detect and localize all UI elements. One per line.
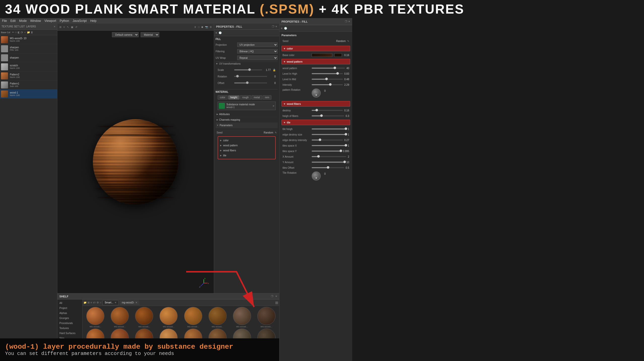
channels-item[interactable]: ▶ Channels mapping — [216, 117, 278, 123]
tile-rotation-knob[interactable] — [312, 171, 321, 180]
mat-tab-height[interactable]: height — [228, 95, 239, 100]
toolbar-rotate-icon[interactable]: ↺ — [75, 26, 77, 28]
offset-handle[interactable] — [246, 81, 249, 84]
pause-icon[interactable]: ⏸ — [194, 26, 196, 28]
shelf-folder-icon[interactable]: 📁 — [84, 301, 87, 304]
menu-window[interactable]: Window — [30, 19, 41, 23]
shelf-cat-all[interactable]: All — [57, 300, 82, 305]
scale-handle[interactable] — [248, 68, 251, 71]
rotation-handle[interactable] — [236, 75, 239, 77]
x-amount-handle[interactable] — [317, 155, 320, 158]
shelf-search-icon[interactable]: ○ — [100, 301, 101, 304]
menu-file[interactable]: File — [2, 19, 7, 23]
edge-destroy-size-slider[interactable] — [312, 134, 346, 135]
param-color-item[interactable]: ▶ color — [219, 138, 274, 143]
shelf-item-4[interactable]: MG-wood3... — [157, 307, 180, 328]
toolbar-grid-icon[interactable]: ⊞ — [59, 26, 61, 28]
shelf-item-2[interactable]: MG-wood3... — [108, 307, 132, 328]
tile-heigh-slider[interactable] — [312, 128, 346, 129]
level-mid-handle[interactable] — [325, 78, 328, 80]
lock-icon[interactable]: 🔒 — [273, 69, 276, 71]
tiles-offset-slider[interactable] — [312, 167, 344, 168]
menu-viewport[interactable]: Viewport — [45, 19, 56, 23]
attributes-item[interactable]: ▶ Attributes — [216, 112, 278, 117]
shelf-item-5[interactable]: MG-wood3... — [181, 307, 205, 328]
filtering-select[interactable]: Bilinear | HQ — [237, 49, 278, 54]
settings-icon[interactable]: ⚙ — [210, 26, 212, 28]
menu-python[interactable]: Python — [60, 19, 69, 23]
shelf-tag-icon[interactable]: 🏷 — [93, 301, 96, 304]
brush-icon[interactable]: ✏ — [12, 31, 14, 34]
layer-scratch[interactable]: scratch Norm 100 — [0, 62, 57, 71]
props-seed-pencil-icon[interactable]: ✎ — [347, 40, 349, 42]
wood-fibers-section-header[interactable]: ▼ wood fibers — [281, 101, 350, 107]
layers-close-icon[interactable]: ✕ — [54, 25, 56, 28]
close-fill-icon[interactable]: ✕ — [275, 25, 277, 28]
shelf-filter-icon[interactable]: ⚙ — [97, 301, 99, 304]
param-woodfibers-item[interactable]: ▶ wood fibers — [219, 148, 274, 153]
layer-pattern2[interactable]: Pattern2 Norm 100 — [0, 71, 57, 80]
fill-layers-icon[interactable]: ≡ — [216, 31, 217, 34]
shelf-list-icon[interactable]: ≡ — [91, 301, 92, 304]
scale-slider[interactable] — [234, 69, 262, 70]
mode-select[interactable]: Material — [141, 32, 159, 37]
mat-tab-rough[interactable]: rough — [240, 95, 251, 100]
projection-select[interactable]: UV projection — [237, 42, 278, 47]
shelf-item-3[interactable]: MG-wood3... — [132, 307, 156, 328]
shelf-cat-project[interactable]: Project — [57, 305, 82, 310]
x-amount-slider[interactable] — [312, 156, 346, 157]
toolbar-box-icon[interactable]: ▣ — [71, 26, 73, 28]
substance-close-icon[interactable]: ✕ — [272, 105, 274, 107]
shelf-tab-mgwood-close[interactable]: ✕ — [135, 301, 137, 304]
shelf-cat-hardsurfaces[interactable]: Hard Surfaces — [57, 331, 82, 336]
folder-icon[interactable]: 📁 — [27, 31, 30, 34]
shelf-tab-smart-close[interactable]: ✕ — [114, 301, 116, 304]
shelf-tab-mgwood[interactable]: mg-wood3- ✕ — [120, 300, 139, 305]
offset-slider[interactable] — [234, 82, 267, 83]
tiles-space-y-slider[interactable] — [312, 151, 341, 152]
tiles-offset-handle[interactable] — [327, 166, 329, 169]
shelf-grid-view-icon[interactable]: ⊞ — [275, 301, 278, 305]
tile-heigh-handle[interactable] — [345, 127, 347, 130]
shelf-grid-icon[interactable]: ⊞ — [88, 301, 90, 304]
layer-wood1[interactable]: wood-1 Norm 100 — [0, 89, 57, 99]
uvwrap-select[interactable]: Repeat — [237, 56, 278, 60]
layer-sharpen1[interactable]: sharpen Pthr 100 — [0, 44, 57, 53]
add-icon[interactable]: ＋ — [24, 31, 26, 34]
camera-icon[interactable]: □ — [198, 26, 199, 28]
y-amount-handle[interactable] — [343, 161, 346, 163]
height-fibers-slider[interactable] — [312, 115, 344, 116]
y-amount-slider[interactable] — [312, 162, 345, 163]
pattern-rotation-knob[interactable] — [312, 88, 321, 98]
intensity-handle[interactable] — [329, 83, 332, 86]
shelf-cat-procedurals[interactable]: Procedurals — [57, 321, 82, 326]
mat-tab-nrm[interactable]: nrm — [263, 95, 271, 100]
toolbar-layers-icon[interactable]: ≡ — [63, 26, 65, 28]
tiles-space-x-slider[interactable] — [312, 145, 346, 146]
mat-tab-color[interactable]: color — [218, 95, 228, 100]
shelf-tab-smart[interactable]: Smart... ✕ — [102, 300, 119, 305]
toolbar-cursor-icon[interactable]: ↖ — [67, 26, 69, 28]
wood-pattern-slider[interactable] — [312, 68, 345, 69]
layer-pattern1[interactable]: Pattern1 Sub 100 — [0, 80, 57, 89]
menu-mode[interactable]: Mode — [19, 19, 27, 23]
tiles-space-x-handle[interactable] — [345, 144, 347, 147]
level-high-slider[interactable] — [312, 73, 343, 74]
mat-tab-metal[interactable]: metal — [252, 95, 262, 100]
record-icon[interactable]: ⏺ — [201, 26, 204, 28]
props-clock-icon[interactable]: 🕐 — [284, 27, 287, 30]
props-expand-icon[interactable]: ❐ — [345, 20, 347, 23]
seed-icon[interactable]: ✎ — [275, 131, 277, 134]
select-icon[interactable]: ⊹ — [15, 31, 17, 34]
props-layers-icon[interactable]: ≡ — [281, 27, 283, 30]
param-woodpattern-item[interactable]: ▶ wood pattern — [219, 143, 274, 148]
video-icon[interactable]: 📷 — [205, 26, 208, 28]
tiles-space-y-handle[interactable] — [340, 150, 342, 152]
mask-icon[interactable]: ◔ — [21, 31, 23, 34]
menu-edit[interactable]: Edit — [10, 19, 16, 23]
destroy-handle[interactable] — [315, 109, 318, 111]
shelf-expand-icon[interactable]: ❐ — [271, 295, 273, 298]
fill-icon[interactable]: ◧ — [18, 31, 20, 34]
layer-mg-wood3-10[interactable]: MG-wood3- 10 Norm 100 — [0, 35, 57, 44]
parameters-item[interactable]: ▼ Parameters — [216, 123, 278, 128]
